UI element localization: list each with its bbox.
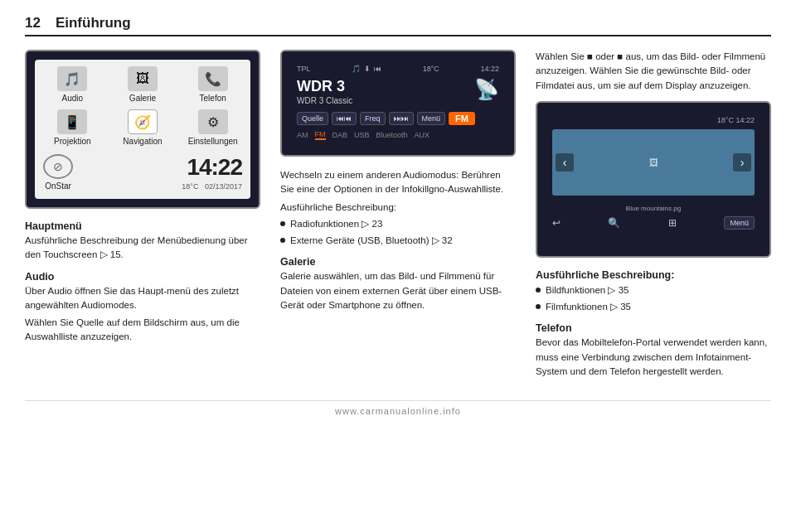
- watermark-text: www.carmanualonline.info: [335, 406, 461, 416]
- telefon-section-title: Telefon: [536, 322, 771, 334]
- home-icon-grid: 🎵 Audio 🖼 Galerie 📞 Telefon 📱: [40, 66, 245, 146]
- watermark-bar: www.carmanualonline.info: [25, 400, 771, 416]
- hauptmenu-title: Hauptmenü: [25, 220, 260, 232]
- source-dab[interactable]: DAB: [332, 131, 348, 139]
- gallery-back-btn[interactable]: ↩: [552, 217, 561, 229]
- bullet-dot-1: [280, 221, 285, 226]
- gallery-controls-row: ↩ 🔍 ⊞ Menü: [552, 216, 755, 230]
- main-content: 🎵 Audio 🖼 Galerie 📞 Telefon 📱: [25, 50, 771, 387]
- bullet-radio: Radiofunktionen ▷ 23: [280, 217, 516, 231]
- icon-audio: 🎵 Audio: [40, 66, 105, 103]
- column-left: 🎵 Audio 🖼 Galerie 📞 Telefon 📱: [25, 50, 260, 353]
- station-name: WDR 3: [297, 78, 352, 95]
- onstar-label: OnStar: [45, 181, 71, 191]
- icon-einstellungen: ⚙ Einstellungen: [180, 109, 245, 146]
- page-number: 12: [25, 15, 41, 31]
- gallery-screen: 18°C 14:22 ‹ 🖼 › Blue mountains.pg ↩: [546, 111, 761, 236]
- galerie-section-title: Galerie: [280, 256, 516, 268]
- bullet-bild: Bildfunktionen ▷ 35: [536, 283, 771, 297]
- audio-screen-mockup: TPL 🎵 ⬇ ⏮ 18°C 14:22 WDR 3 WDR 3 Classic: [280, 50, 516, 157]
- audio-screen: TPL 🎵 ⬇ ⏮ 18°C 14:22 WDR 3 WDR 3 Classic: [290, 60, 506, 147]
- source-fm[interactable]: FM: [315, 130, 326, 140]
- icon-projektion: 📱 Projektion: [40, 109, 105, 146]
- audio-section-body: Über Audio öffnen Sie das Haupt-menü des…: [25, 284, 260, 313]
- bullet-externe: Externe Geräte (USB, Bluetooth) ▷ 32: [280, 234, 516, 248]
- audio-time: 14:22: [480, 65, 499, 73]
- einstellungen-label: Einstellungen: [188, 137, 238, 146]
- gallery-top-bar: 18°C 14:22: [552, 116, 755, 124]
- station-sub: WDR 3 Classic: [297, 96, 352, 105]
- page-title: Einführung: [56, 15, 131, 31]
- gallery-next-button[interactable]: ›: [733, 153, 751, 172]
- wechseln-body: Wechseln zu einem anderen Audiomodus: Be…: [280, 168, 516, 197]
- icon-onstar: ⊘ OnStar: [43, 154, 73, 191]
- section-beschreibung: Ausführliche Beschreibung: Bildfunktione…: [536, 269, 771, 315]
- home-clock: 14:22: [182, 154, 242, 181]
- bullet-dot-3: [536, 288, 541, 293]
- beschreibung-title: Ausführliche Beschreibung:: [536, 269, 771, 281]
- home-screen-mockup: 🎵 Audio 🖼 Galerie 📞 Telefon 📱: [25, 50, 260, 209]
- page-container: 12 Einführung 🎵 Audio 🖼 Galerie: [0, 0, 796, 532]
- navigation-label: Navigation: [123, 137, 162, 146]
- onstar-icon-box: ⊘: [43, 154, 73, 179]
- navigation-icon-box: 🧭: [128, 109, 158, 134]
- gallery-zoom-btn[interactable]: 🔍: [608, 217, 620, 229]
- audio-top-bar: TPL 🎵 ⬇ ⏮ 18°C 14:22: [297, 65, 499, 73]
- home-screen: 🎵 Audio 🖼 Galerie 📞 Telefon 📱: [35, 60, 250, 199]
- audio-icon2: ⬇: [364, 65, 371, 73]
- source-am[interactable]: AM: [297, 131, 308, 139]
- source-bluetooth[interactable]: Bluetooth: [376, 131, 408, 139]
- gallery-fit-btn[interactable]: ⊞: [668, 217, 677, 229]
- audio-icon-box: 🎵: [57, 66, 87, 91]
- icon-navigation: 🧭 Navigation: [110, 109, 176, 146]
- fm-badge: FM: [449, 112, 475, 125]
- btn-next[interactable]: ⏭⏭: [389, 112, 414, 125]
- audio-temp: 18°C: [423, 65, 439, 73]
- gallery-image-area: ‹ 🖼 ›: [552, 129, 755, 196]
- source-usb[interactable]: USB: [354, 131, 370, 139]
- ausfuehrliche-title: Ausführliche Beschreibung:: [280, 201, 516, 215]
- gallery-filename: Blue mountains.pg: [626, 205, 681, 212]
- bullet-film: Filmfunktionen ▷ 35: [536, 300, 771, 314]
- projektion-icon-box: 📱: [57, 109, 87, 134]
- projektion-label: Projektion: [54, 137, 90, 146]
- btn-freq[interactable]: Freq: [360, 112, 386, 125]
- audio-sources: AM FM DAB USB Bluetooth AUX: [297, 130, 499, 140]
- right-intro-text: Wählen Sie ■ oder ■ aus, um das Bild- od…: [536, 50, 771, 93]
- bullet-externe-text: Externe Geräte (USB, Bluetooth) ▷ 32: [290, 234, 453, 248]
- home-date-temp: 18°C 02/13/2017: [182, 182, 242, 191]
- btn-prev[interactable]: ⏮⏮: [332, 112, 357, 125]
- galerie-icon-box: 🖼: [128, 66, 158, 91]
- section-wechseln: Wechseln zu einem anderen Audiomodus: Be…: [280, 168, 516, 248]
- gallery-filename-area: Blue mountains.pg: [552, 201, 755, 213]
- header-bar: 12 Einführung: [25, 15, 771, 36]
- bullet-film-text: Filmfunktionen ▷ 35: [546, 300, 631, 314]
- audio-section-body2: Wählen Sie Quelle auf dem Bildschirm aus…: [25, 316, 260, 345]
- gallery-menu-btn[interactable]: Menü: [724, 216, 755, 230]
- source-aux[interactable]: AUX: [415, 131, 430, 139]
- column-right: Wählen Sie ■ oder ■ aus, um das Bild- od…: [536, 50, 771, 387]
- audio-tpl: TPL: [297, 65, 311, 73]
- bullet-dot-4: [536, 304, 541, 309]
- gallery-prev-button[interactable]: ‹: [556, 153, 574, 172]
- icon-telefon: 📞 Telefon: [180, 66, 245, 103]
- audio-top-icons: 🎵 ⬇ ⏮: [352, 65, 381, 73]
- gallery-screen-mockup: 18°C 14:22 ‹ 🖼 › Blue mountains.pg ↩: [536, 101, 771, 258]
- bullet-dot-2: [280, 238, 285, 243]
- right-intro-body: Wählen Sie ■ oder ■ aus, um das Bild- od…: [536, 50, 771, 93]
- audio-label: Audio: [62, 94, 84, 103]
- btn-quelle[interactable]: Quelle: [297, 112, 328, 125]
- einstellungen-icon-box: ⚙: [198, 109, 228, 134]
- section-hauptmenu: Hauptmenü Ausführliche Beschreibung der …: [25, 220, 260, 263]
- column-mid: TPL 🎵 ⬇ ⏮ 18°C 14:22 WDR 3 WDR 3 Classic: [280, 50, 516, 321]
- hauptmenu-body: Ausführliche Beschreibung der Menübedien…: [25, 234, 260, 263]
- galerie-section-body: Galerie auswählen, um das Bild- und Film…: [280, 269, 516, 312]
- audio-section-title: Audio: [25, 271, 260, 283]
- galerie-label: Galerie: [129, 94, 156, 103]
- audio-icon3: ⏮: [374, 65, 381, 73]
- section-audio: Audio Über Audio öffnen Sie das Haupt-me…: [25, 271, 260, 345]
- btn-menue[interactable]: Menü: [417, 112, 446, 125]
- section-galerie: Galerie Galerie auswählen, um das Bild- …: [280, 256, 516, 312]
- audio-icon1: 🎵: [352, 65, 361, 73]
- telefon-label: Telefon: [200, 94, 226, 103]
